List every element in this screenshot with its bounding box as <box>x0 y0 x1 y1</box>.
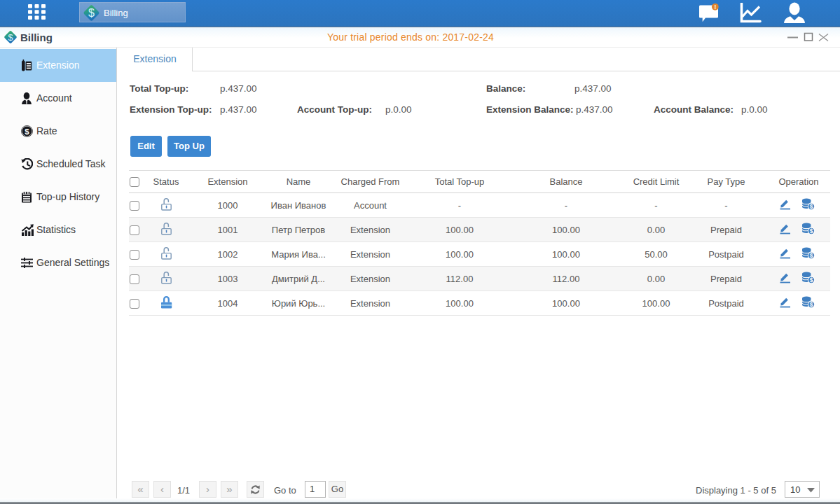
svg-text:$: $ <box>809 301 813 308</box>
svg-text:$: $ <box>25 127 29 136</box>
svg-text:!: ! <box>714 4 716 10</box>
svg-text:$: $ <box>809 276 813 284</box>
svg-text:$: $ <box>809 227 813 234</box>
svg-text:$: $ <box>88 7 95 19</box>
svg-text:$: $ <box>809 252 813 259</box>
svg-text:$: $ <box>809 203 813 210</box>
